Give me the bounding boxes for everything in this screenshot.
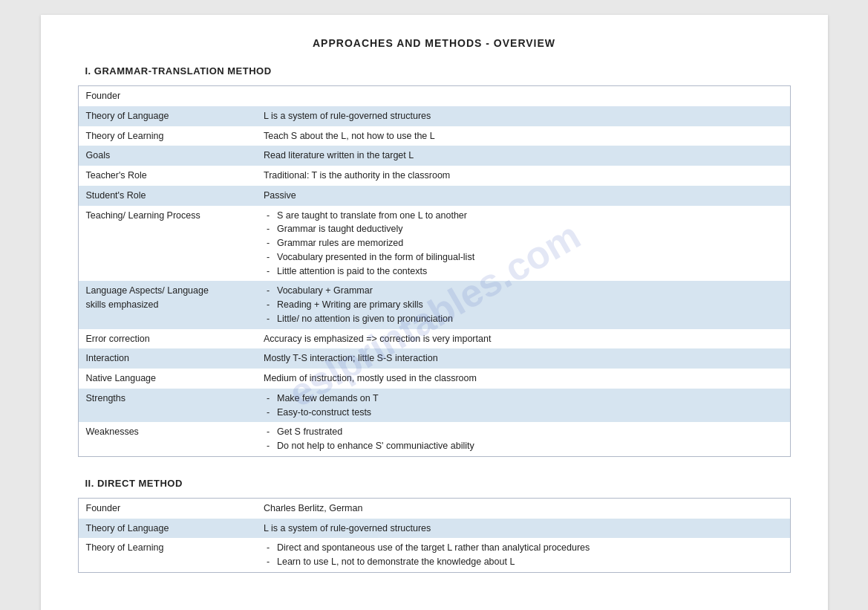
main-title: APPROACHES AND METHODS - OVERVIEW — [78, 37, 791, 49]
table-label: Theory of Learning — [78, 538, 256, 572]
table-label: Interaction — [78, 348, 256, 369]
table-value: Make few demands on TEasy-to-construct t… — [256, 389, 790, 423]
table-value: Traditional: T is the authority in the c… — [256, 166, 790, 186]
table-label: Error correction — [78, 329, 256, 349]
table-label: Strengths — [78, 389, 256, 423]
table-value: Read literature written in the target L — [256, 146, 790, 166]
table-label: Native Language — [78, 369, 256, 389]
table-label: Founder — [78, 86, 256, 106]
table-value — [256, 86, 790, 106]
table-value: Passive — [256, 186, 790, 206]
table-value: Charles Berlitz, German — [256, 498, 790, 518]
section2-table: FounderCharles Berlitz, GermanTheory of … — [78, 498, 791, 573]
table-label: Theory of Language — [78, 519, 256, 539]
section1-heading: I. GRAMMAR-TRANSLATION METHOD — [78, 65, 791, 77]
section1-table: FounderTheory of LanguageL is a system o… — [78, 85, 791, 457]
table-value: L is a system of rule-governed structure… — [256, 519, 790, 539]
table-label: Founder — [78, 498, 256, 518]
table-label: Weaknesses — [78, 422, 256, 456]
page: eslprintables.com APPROACHES AND METHODS… — [41, 15, 828, 610]
table-label: Student's Role — [78, 186, 256, 206]
table-value: Vocabulary + GrammarReading + Writing ar… — [256, 281, 790, 328]
table-label: Theory of Learning — [78, 126, 256, 146]
table-label: Language Aspects/ Language skills emphas… — [78, 281, 256, 328]
table-label: Teaching/ Learning Process — [78, 206, 256, 282]
table-value: Teach S about the L, not how to use the … — [256, 126, 790, 146]
table-value: Get S frustratedDo not help to enhance S… — [256, 422, 790, 456]
table-value: Direct and spontaneous use of the target… — [256, 538, 790, 572]
table-label: Goals — [78, 146, 256, 166]
table-value: S are taught to translate from one L to … — [256, 206, 790, 282]
table-label: Teacher's Role — [78, 166, 256, 186]
table-value: L is a system of rule-governed structure… — [256, 106, 790, 126]
section2-heading: II. DIRECT METHOD — [78, 478, 791, 489]
table-label: Theory of Language — [78, 106, 256, 126]
table-value: Mostly T-S interaction; little S-S inter… — [256, 348, 790, 369]
table-value: Accuracy is emphasized => correction is … — [256, 329, 790, 349]
table-value: Medium of instruction, mostly used in th… — [256, 369, 790, 389]
